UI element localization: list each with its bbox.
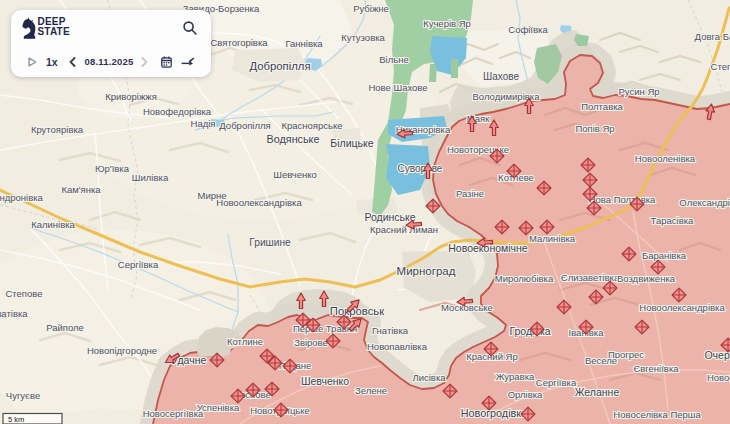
svg-text:Степове: Степове — [5, 288, 42, 299]
svg-text:Желанне: Желанне — [575, 386, 620, 398]
svg-text:Вільне: Вільне — [379, 54, 408, 65]
svg-text:Чугуєве: Чугуєве — [6, 390, 40, 401]
svg-text:5 km: 5 km — [8, 415, 24, 424]
svg-text:Ганнівка: Ганнівка — [285, 38, 323, 49]
svg-text:Новопідгородне: Новопідгородне — [87, 345, 157, 356]
svg-text:Зелене: Зелене — [355, 385, 387, 396]
svg-text:Новооленівка: Новооленівка — [635, 153, 696, 164]
svg-text:Баранівка: Баранівка — [642, 250, 687, 261]
svg-text:Святогорівка: Святогорівка — [210, 37, 268, 48]
svg-text:Сергіївка: Сергіївка — [118, 259, 159, 270]
svg-text:Веселе: Веселе — [585, 355, 617, 366]
svg-text:Шилівка: Шилівка — [132, 172, 169, 183]
svg-text:Миролюбівка: Миролюбівка — [495, 273, 554, 284]
svg-text:Новоолександрівка: Новоолександрівка — [639, 302, 725, 313]
svg-text:Котлине: Котлине — [227, 336, 263, 347]
svg-text:Євгеніївка: Євгеніївка — [633, 363, 679, 374]
svg-text:Шевченко: Шевченко — [273, 169, 317, 180]
svg-text:Шахове: Шахове — [483, 71, 519, 82]
svg-text:Красноярське: Красноярське — [281, 120, 342, 131]
svg-text:Добропілля: Добропілля — [219, 120, 270, 131]
svg-text:Шевченко: Шевченко — [301, 375, 349, 387]
svg-text:Попів Яр: Попів Яр — [575, 123, 614, 134]
svg-text:Криворіжжя: Криворіжжя — [105, 91, 157, 102]
svg-text:Новосергіївка: Новосергіївка — [143, 408, 204, 419]
svg-text:Довга Балка: Довга Балка — [695, 31, 730, 42]
svg-text:Калинівка: Калинівка — [31, 219, 75, 230]
svg-text:Орлівка: Орлівка — [508, 389, 543, 400]
svg-text:Родинське: Родинське — [364, 211, 415, 223]
svg-text:Надія: Надія — [191, 118, 216, 129]
svg-text:Разіне: Разіне — [456, 188, 484, 199]
svg-text:Московське: Московське — [441, 302, 493, 313]
svg-text:Русин Яр: Русин Яр — [618, 86, 659, 97]
svg-text:Суворове: Суворове — [398, 163, 443, 174]
svg-text:Гнатівка: Гнатівка — [372, 325, 409, 336]
svg-text:Рубіжне: Рубіжне — [353, 3, 389, 14]
svg-text:Новогродівка: Новогродівка — [461, 407, 528, 419]
svg-text:Кутузовка: Кутузовка — [341, 32, 385, 43]
svg-text:Журавка: Журавка — [496, 371, 535, 382]
svg-text:Степанівка: Степанівка — [711, 61, 730, 72]
svg-text:Малинівка: Малинівка — [529, 233, 576, 244]
svg-text:Кучерів Яр: Кучерів Яр — [423, 18, 471, 29]
svg-text:Воздвиженка: Воздвиженка — [617, 273, 676, 284]
svg-text:Новофедорівка: Новофедорівка — [143, 106, 212, 117]
svg-text:Олександрівка: Олександрівка — [679, 197, 730, 208]
svg-text:Андронівка: Андронівка — [0, 192, 44, 203]
svg-text:Новоселівка Перша: Новоселівка Перша — [613, 409, 701, 420]
svg-text:Тарасівка: Тарасівка — [651, 215, 694, 226]
svg-text:Нова Полтавка: Нова Полтавка — [589, 194, 656, 205]
svg-text:Крутоярівка: Крутоярівка — [31, 124, 84, 135]
svg-text:Нове Шахове: Нове Шахове — [368, 82, 427, 93]
svg-text:Гродівка: Гродівка — [509, 325, 550, 337]
svg-text:Кам'янка: Кам'янка — [61, 184, 101, 195]
svg-text:Новоолександрівка: Новоолександрівка — [216, 197, 302, 208]
svg-text:Мирноград: Мирноград — [397, 265, 456, 277]
svg-text:Водянське: Водянське — [267, 133, 320, 145]
svg-text:ватівка: ватівка — [0, 308, 28, 319]
svg-text:Райполе: Райполе — [46, 322, 84, 333]
svg-text:Юр'ївка: Юр'ївка — [95, 163, 130, 174]
svg-text:Полтавка: Полтавка — [581, 101, 623, 112]
svg-text:Білицьке: Білицьке — [330, 137, 373, 149]
svg-text:Добропілля: Добропілля — [249, 60, 310, 72]
svg-text:Новопавлівка: Новопавлівка — [367, 341, 428, 352]
svg-text:Гришине: Гришине — [249, 237, 291, 248]
svg-text:Сергіївка: Сергіївка — [536, 377, 577, 388]
svg-text:Новобахмутівка: Новобахмутівка — [707, 372, 730, 383]
svg-text:Звірове: Звірове — [294, 337, 328, 348]
svg-text:Красний Лиман: Красний Лиман — [370, 224, 438, 235]
svg-text:Лисівка: Лисівка — [412, 372, 446, 383]
svg-text:Софіївка: Софіївка — [508, 24, 548, 35]
